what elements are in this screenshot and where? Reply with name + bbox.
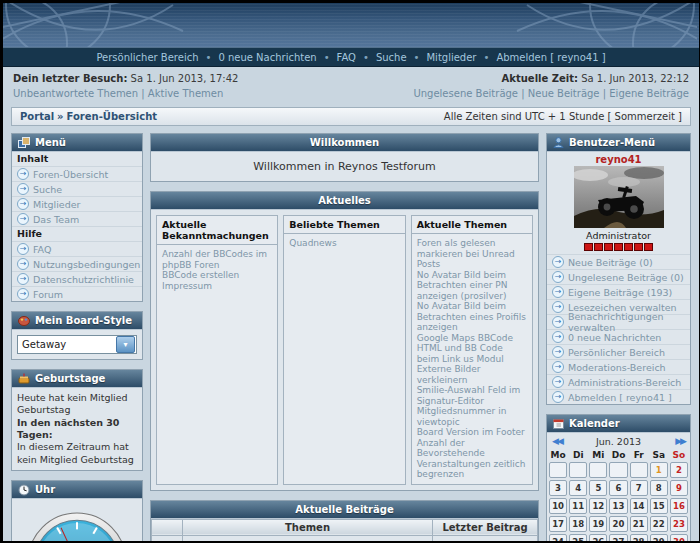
calendar-day[interactable]: 5	[589, 480, 607, 496]
menu-item-faq[interactable]: FAQ	[12, 242, 142, 257]
user-link-logout[interactable]: Abmelden [ reyno41 ]	[547, 390, 690, 404]
menu-item-search[interactable]: Suche	[12, 182, 142, 197]
go-icon	[17, 168, 29, 180]
user-link-own-posts[interactable]: Eigene Beiträge (193)	[547, 285, 690, 300]
recent-topic-link[interactable]: Anzahl der Bevorstehende Veranstaltungen…	[417, 438, 527, 480]
menu-item-forum-overview[interactable]: Foren-Übersicht	[12, 167, 142, 182]
recent-topic-link[interactable]: Smilie-Auswahl Feld im Signatur-Editor	[417, 385, 527, 406]
calendar-day[interactable]: 28	[630, 534, 648, 541]
calendar-box: Kalender Jun. 2013 MoDi MiDo FrSa So	[546, 414, 691, 541]
go-icon	[552, 256, 564, 268]
go-icon	[552, 331, 564, 343]
nav-logout[interactable]: Abmelden [ reyno41 ]	[496, 52, 605, 63]
announcements-column: Aktuelle Bekanntmachungen Anzahl der BBC…	[156, 215, 278, 485]
menu-item-team[interactable]: Das Team	[12, 212, 142, 227]
menu-item-terms[interactable]: Nutzungsbedingungen	[12, 257, 142, 272]
recent-topic-link[interactable]: HTML und BB Code beim Link us Modul	[417, 343, 527, 364]
nav-search[interactable]: Suche	[376, 52, 407, 63]
link-new-posts[interactable]: Neue Beiträge	[528, 88, 600, 99]
welcome-box: Willkommen Willkommen in Reynos Testforu…	[150, 133, 539, 182]
calendar-day[interactable]: 10	[549, 498, 567, 514]
recent-topic-link[interactable]: Board Version im Footer	[417, 427, 527, 438]
analog-clock: Board3	[26, 511, 128, 541]
last-visit-label: Dein letzter Besuch:	[13, 73, 127, 84]
username[interactable]: reyno41	[547, 152, 690, 166]
breadcrumb: Portal»Foren-Übersicht Alle Zeiten sind …	[11, 107, 691, 126]
calendar-day[interactable]: 8	[650, 480, 668, 496]
calendar-day[interactable]: 9	[670, 480, 688, 496]
calendar-day[interactable]: 16	[670, 498, 688, 514]
recent-topic-link[interactable]: No Avatar Bild beim Betrachten einer PN …	[417, 270, 527, 302]
go-icon	[17, 243, 29, 255]
nav-new-messages[interactable]: 0 neue Nachrichten	[218, 52, 316, 63]
calendar-day[interactable]: 6	[609, 480, 627, 496]
recent-topic-link[interactable]: Mitgliedsnummer in viewtopic	[417, 406, 527, 427]
link-unread-posts[interactable]: Ungelesene Beiträge	[413, 88, 518, 99]
calendar-day[interactable]: 27	[609, 534, 627, 541]
link-unanswered-topics[interactable]: Unbeantwortete Themen	[13, 88, 138, 99]
calendar-day[interactable]: 2	[670, 462, 688, 478]
calendar-day[interactable]: 3	[549, 480, 567, 496]
recent-topic-link[interactable]: Foren als gelesen markieren bei Unread P…	[417, 238, 527, 270]
calendar-day[interactable]: 29	[650, 534, 668, 541]
calendar-day[interactable]: 22	[650, 516, 668, 532]
calendar-day	[630, 462, 648, 478]
calendar-day[interactable]: 21	[630, 516, 648, 532]
go-icon	[17, 258, 29, 270]
calendar-day[interactable]: 30	[670, 534, 688, 541]
calendar-day[interactable]: 7	[630, 480, 648, 496]
calendar-prev-button[interactable]	[552, 437, 562, 446]
link-active-topics[interactable]: Aktive Themen	[148, 88, 223, 99]
calendar-day[interactable]: 13	[609, 498, 627, 514]
menu-item-forum[interactable]: Forum	[12, 287, 142, 301]
menu-item-privacy[interactable]: Datenschutzrichtlinie	[12, 272, 142, 287]
menu-item-members[interactable]: Mitglieder	[12, 197, 142, 212]
calendar-day	[569, 462, 587, 478]
column-header-last-post: Letzter Beitrag	[433, 519, 538, 535]
calendar-grid: MoDi MiDo FrSa So 1 2	[547, 448, 690, 541]
nav-faq[interactable]: FAQ	[337, 52, 356, 63]
calendar-day-today[interactable]: 1	[650, 462, 668, 478]
calendar-day[interactable]: 23	[670, 516, 688, 532]
user-link-notifications[interactable]: Benachrichtigungen verwalten	[547, 315, 690, 330]
announcement-link[interactable]: Anzahl der BBCodes im phpBB Foren	[162, 249, 272, 270]
calendar-day[interactable]: 26	[589, 534, 607, 541]
style-select[interactable]: Getaway	[17, 335, 137, 354]
user-link-new-posts[interactable]: Neue Beiträge (0)	[547, 254, 690, 270]
recent-topic-link[interactable]: Externe Bilder verkleinern	[417, 364, 527, 385]
calendar-icon	[553, 418, 564, 429]
recent-topic-link[interactable]: Google Maps BBCode	[417, 333, 527, 344]
popular-topic-link[interactable]: Quadnews	[289, 238, 399, 249]
user-link-administration[interactable]: Administrations-Bereich	[547, 375, 690, 390]
calendar-day[interactable]: 15	[650, 498, 668, 514]
timezone-note: Alle Zeiten sind UTC + 1 Stunde [ Sommer…	[444, 111, 682, 122]
nav-personal-area[interactable]: Persönlicher Bereich	[96, 52, 198, 63]
calendar-day[interactable]: 24	[549, 534, 567, 541]
calendar-day[interactable]: 12	[589, 498, 607, 514]
calendar-day[interactable]: 4	[569, 480, 587, 496]
calendar-day[interactable]: 17	[549, 516, 567, 532]
link-own-posts[interactable]: Eigene Beiträge	[609, 88, 689, 99]
menu-box: Menü Inhalt Foren-Übersicht Suche Mitgli…	[11, 133, 143, 302]
user-menu-title: Benutzer-Menü	[569, 137, 655, 148]
session-infobar: Dein letzter Besuch: Sa 1. Jun 2013, 17:…	[3, 67, 699, 103]
user-link-personal-area[interactable]: Persönlicher Bereich	[547, 345, 690, 360]
calendar-day[interactable]: 14	[630, 498, 648, 514]
calendar-day[interactable]: 18	[569, 516, 587, 532]
go-icon	[552, 391, 564, 403]
menu-section-content: Inhalt	[12, 152, 142, 167]
calendar-day[interactable]: 19	[589, 516, 607, 532]
calendar-next-button[interactable]	[675, 437, 685, 446]
go-icon	[17, 273, 29, 285]
nav-members[interactable]: Mitglieder	[426, 52, 476, 63]
user-link-moderation[interactable]: Moderations-Bereich	[547, 360, 690, 375]
announcement-link[interactable]: BBCode erstellen	[162, 270, 272, 281]
calendar-day[interactable]: 25	[569, 534, 587, 541]
user-link-unread-posts[interactable]: Ungelesene Beiträge (0)	[547, 270, 690, 285]
recent-topic-link[interactable]: No Avatar Bild beim Betrachten eines Pro…	[417, 301, 527, 333]
breadcrumb-portal[interactable]: Portal	[20, 111, 54, 122]
calendar-day[interactable]: 11	[569, 498, 587, 514]
announcement-link[interactable]: Impressum	[162, 281, 272, 292]
calendar-day[interactable]: 20	[609, 516, 627, 532]
breadcrumb-forum-overview[interactable]: Foren-Übersicht	[67, 111, 157, 122]
